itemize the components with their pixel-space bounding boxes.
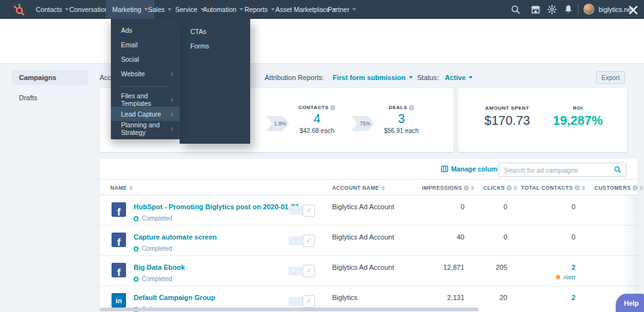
- columns-icon: [441, 166, 448, 172]
- nav-item-label: Partner: [328, 6, 349, 13]
- menu-item-files-and-templates[interactable]: Files and Templates›: [111, 92, 180, 107]
- clicks-cell: 0: [469, 203, 507, 211]
- deals-unit-cost: $56.91 each: [370, 127, 433, 134]
- info-icon[interactable]: i: [330, 105, 335, 110]
- column-header-name[interactable]: NAME: [110, 180, 133, 196]
- total-contacts-cell: 0: [519, 203, 575, 211]
- status-dot-icon: [134, 216, 139, 221]
- campaign-name-link[interactable]: Default Campaign Group: [134, 294, 216, 301]
- total-contacts-value[interactable]: 2: [572, 263, 575, 271]
- search-input[interactable]: [498, 163, 626, 177]
- caret-down-icon: [469, 76, 473, 79]
- menu-item-social[interactable]: Social: [111, 52, 180, 66]
- notifications-icon[interactable]: [563, 4, 573, 14]
- nav-item-partner[interactable]: Partner: [328, 0, 356, 19]
- chevron-right-icon: ›: [171, 71, 173, 77]
- submenu-item-label: CTAs: [190, 28, 206, 35]
- total-contacts-value: 0: [572, 233, 575, 241]
- nav-item-label: Marketing: [112, 6, 141, 13]
- campaign-toggle[interactable]: ✓: [289, 204, 315, 217]
- nav-item-sales[interactable]: Sales: [148, 0, 171, 19]
- nav-item-label: Contacts: [36, 6, 62, 13]
- top-navigation: ContactsConversationsMarketingSalesServi…: [0, 0, 644, 19]
- total-contacts-value[interactable]: 2: [572, 294, 575, 301]
- toggle-check-icon: ✓: [302, 265, 315, 277]
- info-icon[interactable]: i: [633, 185, 638, 190]
- avatar[interactable]: [584, 4, 594, 14]
- column-header-customers[interactable]: CUSTOMERSi: [570, 180, 643, 196]
- menu-divider: [111, 81, 180, 92]
- contacts-stat: CONTACTS i 4 $42.68 each: [285, 105, 348, 134]
- hubspot-logo-icon[interactable]: [13, 3, 25, 16]
- linkedin-icon: in: [112, 293, 126, 308]
- menu-item-label: Social: [121, 55, 139, 63]
- toggle-check-icon: ✓: [302, 234, 315, 247]
- manage-columns-button[interactable]: Manage columns: [441, 165, 505, 173]
- chevron-right-icon: ›: [171, 111, 173, 117]
- export-button[interactable]: Export: [596, 71, 625, 84]
- sidebar-item-campaigns[interactable]: Campaigns: [11, 70, 88, 85]
- roi-label: ROI: [573, 105, 583, 111]
- status-label: Completed: [142, 245, 172, 252]
- sort-icon[interactable]: [381, 186, 385, 190]
- campaign-name-link[interactable]: Capture automate screen: [134, 233, 217, 241]
- menu-item-label: Files and Templates: [121, 92, 171, 107]
- menu-item-ads[interactable]: Ads: [111, 23, 180, 37]
- submenu-item-forms[interactable]: Forms: [180, 38, 250, 53]
- sidebar-item-drafts[interactable]: Drafts: [11, 90, 88, 105]
- page-header: [0, 19, 644, 64]
- nav-item-label: Sales: [148, 6, 164, 13]
- campaign-toggle[interactable]: ✓: [289, 295, 315, 308]
- nav-item-contacts[interactable]: Contacts: [36, 0, 69, 19]
- horizontal-scrollbar[interactable]: [100, 308, 479, 311]
- campaign-name-link[interactable]: HubSpot - Promoting Biglytics post on 20…: [134, 203, 299, 211]
- attribution-reports-value: First form submission: [333, 74, 406, 81]
- account-name-cell: Biglytics Ad Account: [332, 203, 394, 211]
- menu-item-email[interactable]: Email: [111, 37, 180, 52]
- settings-icon[interactable]: [547, 4, 557, 14]
- help-button[interactable]: Help: [616, 294, 644, 312]
- search-icon[interactable]: [510, 4, 520, 14]
- chevron-right-icon: ›: [171, 96, 173, 103]
- menu-item-lead-capture[interactable]: Lead Capture›: [111, 107, 180, 121]
- campaign-toggle[interactable]: ✓: [289, 234, 315, 247]
- column-label: ACCOUNT NAME: [332, 185, 379, 191]
- total-contacts-cell: 0: [519, 233, 575, 241]
- attribution-reports-dropdown[interactable]: First form submission: [333, 74, 413, 81]
- status-dropdown[interactable]: Active: [445, 74, 473, 81]
- marketplace-icon[interactable]: [531, 4, 541, 14]
- nav-item-label: Reports: [244, 6, 268, 13]
- account-name-cell: Biglytics Ad Account: [332, 263, 394, 271]
- campaign-name-link[interactable]: Big Data Ebook: [134, 263, 185, 271]
- nav-item-marketing[interactable]: Marketing: [106, 0, 154, 19]
- status-label: Status:: [417, 74, 439, 81]
- impressions-cell: 40: [408, 233, 464, 241]
- impressions-cell: 2,131: [408, 294, 464, 301]
- account-name-cell: Biglytics Ad Account: [332, 233, 394, 241]
- impressions-cell: 12,871: [408, 263, 464, 271]
- info-icon[interactable]: i: [409, 105, 414, 110]
- alert-link[interactable]: Alert: [556, 274, 575, 280]
- menu-item-website[interactable]: Website›: [111, 66, 180, 81]
- submenu-item-ctas[interactable]: CTAs: [180, 24, 250, 38]
- chevron-right-icon: ›: [171, 125, 173, 132]
- nav-item-service[interactable]: Service: [175, 0, 204, 19]
- toggle-check-icon: ✓: [302, 204, 315, 217]
- column-label: CUSTOMERS: [594, 185, 631, 191]
- menu-item-label: Email: [121, 41, 137, 49]
- sort-icon[interactable]: [640, 186, 643, 190]
- deals-stat: DEALS i 3 $56.91 each: [370, 105, 433, 134]
- clicks-cell: 20: [469, 294, 507, 301]
- menu-item-planning-and-strategy[interactable]: Planning and Strategy›: [111, 121, 180, 136]
- campaign-status: Completed: [134, 215, 172, 222]
- lead-capture-submenu: CTAsForms: [180, 19, 250, 144]
- sort-icon[interactable]: [129, 186, 133, 190]
- nav-item-reports[interactable]: Reports: [244, 0, 275, 19]
- campaign-toggle[interactable]: ✓: [289, 265, 315, 277]
- close-icon[interactable]: [628, 5, 638, 15]
- nav-item-automation[interactable]: Automation: [203, 0, 243, 19]
- facebook-icon: f: [112, 263, 126, 277]
- status-dot-icon: [134, 246, 139, 251]
- column-header-account-name[interactable]: ACCOUNT NAME: [332, 180, 385, 196]
- menu-item-label: Lead Capture: [121, 110, 161, 118]
